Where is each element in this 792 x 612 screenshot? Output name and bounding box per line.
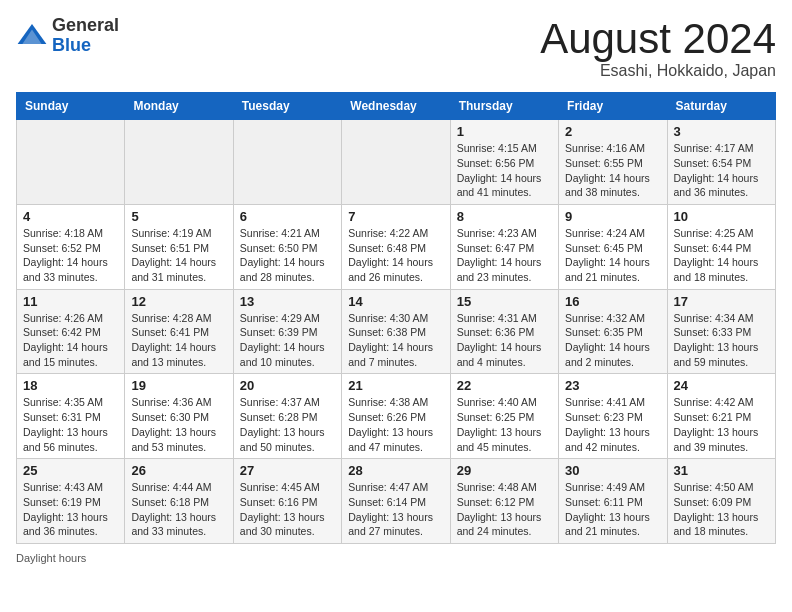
calendar-cell: 2Sunrise: 4:16 AM Sunset: 6:55 PM Daylig… — [559, 120, 667, 205]
day-number: 30 — [565, 463, 660, 478]
day-info: Sunrise: 4:40 AM Sunset: 6:25 PM Dayligh… — [457, 395, 552, 454]
calendar-cell: 25Sunrise: 4:43 AM Sunset: 6:19 PM Dayli… — [17, 459, 125, 544]
calendar-subtitle: Esashi, Hokkaido, Japan — [540, 62, 776, 80]
day-info: Sunrise: 4:18 AM Sunset: 6:52 PM Dayligh… — [23, 226, 118, 285]
day-header-monday: Monday — [125, 93, 233, 120]
day-header-thursday: Thursday — [450, 93, 558, 120]
day-info: Sunrise: 4:26 AM Sunset: 6:42 PM Dayligh… — [23, 311, 118, 370]
calendar-cell: 10Sunrise: 4:25 AM Sunset: 6:44 PM Dayli… — [667, 204, 775, 289]
day-number: 21 — [348, 378, 443, 393]
day-info: Sunrise: 4:45 AM Sunset: 6:16 PM Dayligh… — [240, 480, 335, 539]
day-info: Sunrise: 4:48 AM Sunset: 6:12 PM Dayligh… — [457, 480, 552, 539]
logo-general: General — [52, 15, 119, 35]
calendar-cell: 1Sunrise: 4:15 AM Sunset: 6:56 PM Daylig… — [450, 120, 558, 205]
day-number: 15 — [457, 294, 552, 309]
day-number: 6 — [240, 209, 335, 224]
day-info: Sunrise: 4:43 AM Sunset: 6:19 PM Dayligh… — [23, 480, 118, 539]
day-number: 27 — [240, 463, 335, 478]
logo: General Blue — [16, 16, 119, 56]
calendar-table: SundayMondayTuesdayWednesdayThursdayFrid… — [16, 92, 776, 544]
day-number: 25 — [23, 463, 118, 478]
calendar-cell: 24Sunrise: 4:42 AM Sunset: 6:21 PM Dayli… — [667, 374, 775, 459]
day-info: Sunrise: 4:50 AM Sunset: 6:09 PM Dayligh… — [674, 480, 769, 539]
day-header-wednesday: Wednesday — [342, 93, 450, 120]
day-number: 29 — [457, 463, 552, 478]
day-number: 7 — [348, 209, 443, 224]
calendar-cell: 9Sunrise: 4:24 AM Sunset: 6:45 PM Daylig… — [559, 204, 667, 289]
calendar-cell: 6Sunrise: 4:21 AM Sunset: 6:50 PM Daylig… — [233, 204, 341, 289]
logo-icon — [16, 20, 48, 52]
logo-text: General Blue — [52, 16, 119, 56]
calendar-cell — [233, 120, 341, 205]
day-info: Sunrise: 4:38 AM Sunset: 6:26 PM Dayligh… — [348, 395, 443, 454]
calendar-cell: 11Sunrise: 4:26 AM Sunset: 6:42 PM Dayli… — [17, 289, 125, 374]
day-number: 16 — [565, 294, 660, 309]
calendar-cell: 16Sunrise: 4:32 AM Sunset: 6:35 PM Dayli… — [559, 289, 667, 374]
day-number: 23 — [565, 378, 660, 393]
day-number: 17 — [674, 294, 769, 309]
footer: Daylight hours — [16, 552, 776, 564]
calendar-cell: 4Sunrise: 4:18 AM Sunset: 6:52 PM Daylig… — [17, 204, 125, 289]
day-header-tuesday: Tuesday — [233, 93, 341, 120]
calendar-title: August 2024 — [540, 16, 776, 62]
day-number: 3 — [674, 124, 769, 139]
calendar-cell — [342, 120, 450, 205]
calendar-cell: 22Sunrise: 4:40 AM Sunset: 6:25 PM Dayli… — [450, 374, 558, 459]
calendar-cell: 15Sunrise: 4:31 AM Sunset: 6:36 PM Dayli… — [450, 289, 558, 374]
day-info: Sunrise: 4:34 AM Sunset: 6:33 PM Dayligh… — [674, 311, 769, 370]
day-number: 28 — [348, 463, 443, 478]
day-number: 24 — [674, 378, 769, 393]
calendar-cell: 29Sunrise: 4:48 AM Sunset: 6:12 PM Dayli… — [450, 459, 558, 544]
day-info: Sunrise: 4:29 AM Sunset: 6:39 PM Dayligh… — [240, 311, 335, 370]
day-info: Sunrise: 4:47 AM Sunset: 6:14 PM Dayligh… — [348, 480, 443, 539]
day-info: Sunrise: 4:19 AM Sunset: 6:51 PM Dayligh… — [131, 226, 226, 285]
header: General Blue August 2024 Esashi, Hokkaid… — [16, 16, 776, 80]
day-number: 8 — [457, 209, 552, 224]
calendar-cell: 3Sunrise: 4:17 AM Sunset: 6:54 PM Daylig… — [667, 120, 775, 205]
calendar-cell: 30Sunrise: 4:49 AM Sunset: 6:11 PM Dayli… — [559, 459, 667, 544]
calendar-cell: 5Sunrise: 4:19 AM Sunset: 6:51 PM Daylig… — [125, 204, 233, 289]
calendar-cell: 7Sunrise: 4:22 AM Sunset: 6:48 PM Daylig… — [342, 204, 450, 289]
day-info: Sunrise: 4:23 AM Sunset: 6:47 PM Dayligh… — [457, 226, 552, 285]
day-number: 9 — [565, 209, 660, 224]
day-info: Sunrise: 4:22 AM Sunset: 6:48 PM Dayligh… — [348, 226, 443, 285]
day-info: Sunrise: 4:30 AM Sunset: 6:38 PM Dayligh… — [348, 311, 443, 370]
day-number: 18 — [23, 378, 118, 393]
day-info: Sunrise: 4:36 AM Sunset: 6:30 PM Dayligh… — [131, 395, 226, 454]
day-info: Sunrise: 4:31 AM Sunset: 6:36 PM Dayligh… — [457, 311, 552, 370]
calendar-cell: 23Sunrise: 4:41 AM Sunset: 6:23 PM Dayli… — [559, 374, 667, 459]
day-number: 4 — [23, 209, 118, 224]
calendar-cell: 31Sunrise: 4:50 AM Sunset: 6:09 PM Dayli… — [667, 459, 775, 544]
day-info: Sunrise: 4:32 AM Sunset: 6:35 PM Dayligh… — [565, 311, 660, 370]
calendar-cell: 28Sunrise: 4:47 AM Sunset: 6:14 PM Dayli… — [342, 459, 450, 544]
title-area: August 2024 Esashi, Hokkaido, Japan — [540, 16, 776, 80]
day-info: Sunrise: 4:17 AM Sunset: 6:54 PM Dayligh… — [674, 141, 769, 200]
day-info: Sunrise: 4:16 AM Sunset: 6:55 PM Dayligh… — [565, 141, 660, 200]
day-number: 31 — [674, 463, 769, 478]
day-number: 19 — [131, 378, 226, 393]
day-info: Sunrise: 4:44 AM Sunset: 6:18 PM Dayligh… — [131, 480, 226, 539]
day-number: 20 — [240, 378, 335, 393]
calendar-cell: 19Sunrise: 4:36 AM Sunset: 6:30 PM Dayli… — [125, 374, 233, 459]
calendar-cell: 17Sunrise: 4:34 AM Sunset: 6:33 PM Dayli… — [667, 289, 775, 374]
day-header-sunday: Sunday — [17, 93, 125, 120]
calendar-cell: 21Sunrise: 4:38 AM Sunset: 6:26 PM Dayli… — [342, 374, 450, 459]
day-header-friday: Friday — [559, 93, 667, 120]
day-info: Sunrise: 4:21 AM Sunset: 6:50 PM Dayligh… — [240, 226, 335, 285]
day-info: Sunrise: 4:15 AM Sunset: 6:56 PM Dayligh… — [457, 141, 552, 200]
day-number: 5 — [131, 209, 226, 224]
day-info: Sunrise: 4:41 AM Sunset: 6:23 PM Dayligh… — [565, 395, 660, 454]
calendar-cell: 8Sunrise: 4:23 AM Sunset: 6:47 PM Daylig… — [450, 204, 558, 289]
day-info: Sunrise: 4:35 AM Sunset: 6:31 PM Dayligh… — [23, 395, 118, 454]
day-number: 2 — [565, 124, 660, 139]
calendar-cell: 18Sunrise: 4:35 AM Sunset: 6:31 PM Dayli… — [17, 374, 125, 459]
day-number: 13 — [240, 294, 335, 309]
logo-blue: Blue — [52, 35, 91, 55]
day-number: 22 — [457, 378, 552, 393]
calendar-cell: 12Sunrise: 4:28 AM Sunset: 6:41 PM Dayli… — [125, 289, 233, 374]
day-info: Sunrise: 4:49 AM Sunset: 6:11 PM Dayligh… — [565, 480, 660, 539]
calendar-cell: 13Sunrise: 4:29 AM Sunset: 6:39 PM Dayli… — [233, 289, 341, 374]
day-info: Sunrise: 4:28 AM Sunset: 6:41 PM Dayligh… — [131, 311, 226, 370]
calendar-cell — [125, 120, 233, 205]
day-info: Sunrise: 4:42 AM Sunset: 6:21 PM Dayligh… — [674, 395, 769, 454]
